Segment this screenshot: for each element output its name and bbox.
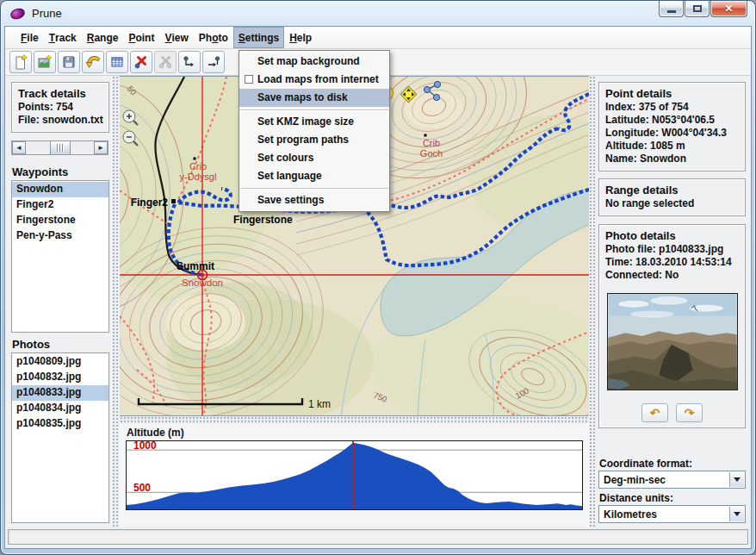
- dropdown-button[interactable]: [729, 472, 744, 487]
- chart-splitter[interactable]: [120, 416, 589, 424]
- altitude-chart[interactable]: 5001000: [126, 440, 583, 510]
- new-file-button[interactable]: [9, 51, 32, 73]
- menu-file[interactable]: File: [15, 27, 44, 48]
- track-detail-line: Points: 754: [18, 101, 102, 114]
- waypoint-item[interactable]: Fingerstone: [12, 213, 108, 228]
- menu-separator: [240, 109, 388, 110]
- photos-list: p1040809.jpgp1040832.jpgp1040833.jpgp104…: [11, 352, 109, 523]
- application-window: Prune ✕ FileTrackRangePointViewPhotoSett…: [0, 0, 756, 555]
- menu-item-set-colours[interactable]: Set colours: [239, 149, 389, 167]
- minimize-icon: [667, 10, 676, 13]
- point-detail-line: Name: Snowdon: [605, 153, 739, 165]
- rotate-right-button[interactable]: ↷: [676, 403, 703, 422]
- photo-item[interactable]: p1040834.jpg: [12, 401, 108, 416]
- range-details-title: Range details: [605, 183, 739, 197]
- map-label-crib-ddysgl-1: Crib: [189, 161, 207, 171]
- distance-units-select[interactable]: Kilometres: [598, 505, 746, 523]
- track-detail-line: File: snowdon.txt: [18, 114, 102, 127]
- close-button[interactable]: ✕: [710, 1, 747, 17]
- waypoint-label-finger2: Finger2: [131, 196, 169, 209]
- photo-detail-line: Photo file: p1040833.jpg: [605, 243, 739, 256]
- coordinate-format-label: Coordinate format:: [599, 458, 746, 470]
- range-detail-line: No range selected: [605, 197, 739, 210]
- arrow-left-icon: ◄: [15, 145, 22, 152]
- menu-item-load-maps-from-internet[interactable]: Load maps from internet: [239, 71, 389, 89]
- left-splitter[interactable]: [112, 76, 120, 527]
- axis-tick-label: 1000: [133, 441, 157, 452]
- menu-point[interactable]: Point: [123, 27, 159, 48]
- menu-bar: FileTrackRangePointViewPhotoSettingsHelp: [5, 27, 751, 49]
- menu-item-set-program-paths[interactable]: Set program paths: [239, 131, 389, 149]
- delete-point-button[interactable]: [130, 51, 152, 73]
- waypoint-item[interactable]: Snowdon: [12, 182, 108, 197]
- status-bar: [8, 529, 748, 545]
- photo-thumbnail: [607, 293, 738, 390]
- menu-settings[interactable]: Settings: [233, 27, 284, 48]
- photo-item[interactable]: p1040833.jpg: [12, 385, 108, 401]
- menu-item-save-maps-to-disk[interactable]: Save maps to disk: [239, 89, 389, 107]
- maximize-button[interactable]: [685, 1, 710, 17]
- menu-range[interactable]: Range: [82, 27, 124, 48]
- edit-point-icon: [109, 54, 125, 70]
- altitude-chart-panel: Altitude (m) 5001000: [120, 424, 589, 527]
- rotate-right-icon: ↷: [685, 407, 695, 419]
- map-label-crib-ddysgl-2: y-Ddysgl: [180, 171, 217, 182]
- range-details-panel: Range details No range selected: [598, 178, 746, 216]
- distance-units-value: Kilometres: [604, 508, 657, 521]
- scroll-right-button[interactable]: ►: [94, 141, 108, 154]
- waypoint-item[interactable]: Finger2: [12, 197, 108, 213]
- track-details-title: Track details: [18, 86, 102, 101]
- menu-item-set-map-background[interactable]: Set map background: [239, 53, 389, 71]
- save-button[interactable]: [58, 51, 80, 73]
- photo-item[interactable]: p1040832.jpg: [12, 370, 108, 385]
- chevron-down-icon: [734, 512, 741, 516]
- menu-item-save-settings[interactable]: Save settings: [239, 191, 389, 209]
- delete-range-button[interactable]: [154, 51, 177, 73]
- add-photo-button[interactable]: [34, 51, 56, 73]
- menu-photo[interactable]: Photo: [194, 27, 233, 48]
- map-label-snowdon: Snowdon: [182, 278, 223, 288]
- distance-units-label: Distance units:: [599, 492, 746, 504]
- settings-menu-popup: Set map backgroundLoad maps from interne…: [239, 50, 390, 212]
- waypoint-item[interactable]: Pen-y-Pass: [12, 228, 108, 244]
- photo-detail-line: Time: 18.03.2010 14:53:14: [605, 256, 739, 269]
- point-detail-line: Altitude: 1085 m: [605, 140, 739, 153]
- set-range-start-button[interactable]: [178, 51, 201, 73]
- menu-separator: [240, 188, 388, 189]
- delete-point-icon: [133, 54, 149, 70]
- axis-tick-label: 500: [133, 482, 151, 494]
- scroller-track[interactable]: [26, 141, 94, 154]
- point-scroller[interactable]: ◄ ►: [11, 140, 108, 155]
- menu-view[interactable]: View: [159, 27, 193, 48]
- left-sidebar: Track details Points: 754File: snowdon.t…: [5, 76, 112, 527]
- map-label-crib-goch-2: Goch: [420, 148, 443, 159]
- scroller-thumb[interactable]: [50, 140, 71, 155]
- point-detail-line: Longitude: W004°04'34.3: [605, 127, 739, 140]
- menu-track[interactable]: Track: [44, 27, 82, 48]
- set-range-start-icon: [182, 54, 197, 70]
- photo-details-panel: Photo details Photo file: p1040833.jpgTi…: [598, 224, 746, 428]
- menu-item-set-kmz-image-size[interactable]: Set KMZ image size: [239, 113, 389, 131]
- map-label-crib-goch-1: Crib: [423, 138, 440, 148]
- photo-item[interactable]: p1040809.jpg: [12, 354, 108, 370]
- crib-goch-dot: [424, 134, 427, 137]
- undo-button[interactable]: [82, 51, 104, 73]
- add-photo-icon: [37, 54, 53, 70]
- right-splitter[interactable]: [589, 76, 595, 527]
- coordinate-format-select[interactable]: Deg-min-sec: [598, 471, 746, 489]
- maximize-icon: [693, 5, 702, 12]
- edit-point-button[interactable]: [106, 51, 128, 73]
- title-bar[interactable]: Prune ✕: [1, 1, 755, 26]
- dropdown-button[interactable]: [729, 507, 744, 521]
- scroll-left-button[interactable]: ◄: [12, 141, 26, 154]
- menu-help[interactable]: Help: [284, 27, 317, 48]
- point-detail-line: Index: 375 of 754: [605, 101, 739, 114]
- photo-item[interactable]: p1040835.jpg: [12, 416, 108, 432]
- menu-item-set-language[interactable]: Set language: [239, 167, 389, 185]
- set-range-end-button[interactable]: [202, 51, 225, 73]
- rotate-left-button[interactable]: ↶: [641, 403, 668, 422]
- waypoint-label-summit: Summit: [177, 260, 214, 272]
- waypoint-label-fingerstone: Fingerstone: [233, 214, 293, 226]
- minimize-button[interactable]: [659, 1, 684, 17]
- arrow-right-icon: ►: [97, 145, 104, 152]
